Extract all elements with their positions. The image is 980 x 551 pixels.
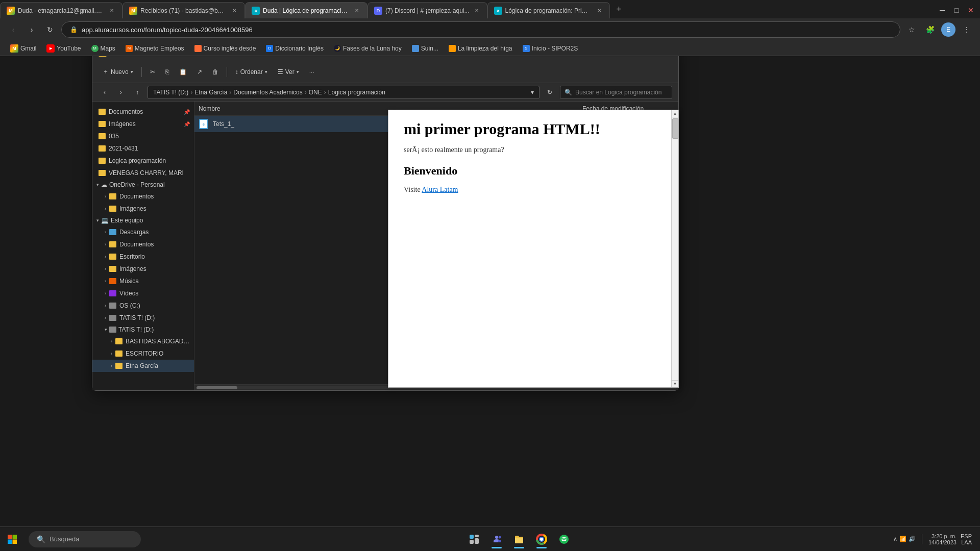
onedrive-section[interactable]: ▾ ☁ OneDrive - Personal — [92, 179, 194, 190]
tatis-section[interactable]: ▾ TATIS T! (D:) — [92, 324, 194, 335]
bookmark-limpieza[interactable]: La limpieza del híga — [445, 44, 517, 53]
tab-close-5[interactable]: ✕ — [595, 7, 603, 15]
sidebar-item-035[interactable]: 035 — [92, 130, 194, 142]
scrollbar-up-button[interactable]: ▲ — [672, 110, 678, 117]
path-dropdown-icon[interactable]: ▾ — [531, 89, 534, 96]
language-area[interactable]: ESP LAA — [961, 533, 972, 545]
tab-5[interactable]: a Lógica de programación: Prime... ✕ — [487, 2, 610, 18]
drive-icon-tatis — [109, 327, 116, 333]
folder-icon-2021 — [99, 145, 106, 152]
bookmark-youtube[interactable]: YouTube — [42, 43, 85, 54]
svg-rect-3 — [13, 539, 17, 544]
este-equipo-section[interactable]: ▾ 💻 Este equipo — [92, 215, 194, 226]
sidebar-item-od-imagenes[interactable]: › Imágenes — [92, 203, 194, 215]
sidebar-item-escritorio[interactable]: › Escritorio — [92, 251, 194, 263]
sidebar-item-osc[interactable]: › OS (C:) — [92, 299, 194, 312]
bookmark-gmail[interactable]: M Gmail — [6, 43, 40, 54]
scrollbar-thumb[interactable] — [197, 386, 237, 389]
alura-latam-link[interactable]: Alura Latam — [422, 186, 458, 193]
tab-2[interactable]: M Recibidos (71) - bastidas@basti... ✕ — [122, 2, 245, 18]
clock-area[interactable]: 3:20 p. m. 14/04/2023 — [928, 533, 957, 545]
bookmark-magneto[interactable]: M Magneto Empleos — [121, 44, 188, 53]
view-button[interactable]: ☰ Ver ▾ — [274, 66, 303, 78]
bookmark-sipor[interactable]: S Inicio - SIPOR2S — [519, 44, 582, 53]
volume-icon[interactable]: 🔊 — [909, 536, 916, 542]
menu-button[interactable]: ⋮ — [960, 22, 974, 37]
tab-1[interactable]: M Duda - etnagarcia12@gmail.com ✕ — [0, 2, 122, 18]
folder-icon-escritorio2 — [115, 350, 122, 357]
bookmark-maps[interactable]: M Maps — [87, 44, 119, 53]
sidebar-item-bastidas[interactable]: › BASTIDAS ABOGADOS — [92, 335, 194, 347]
sidebar-item-etna[interactable]: › Etna García — [92, 360, 194, 372]
back-button[interactable]: ‹ — [6, 22, 20, 37]
exp-back-button[interactable]: ‹ — [99, 86, 111, 98]
computer-icon: 💻 — [101, 217, 109, 224]
taskbar-search-box[interactable]: 🔍 Búsqueda — [29, 531, 141, 547]
tab-close-4[interactable]: ✕ — [473, 7, 481, 15]
sort-button[interactable]: ↕ Ordenar ▾ — [231, 66, 272, 78]
paste-button[interactable]: 📋 — [175, 66, 191, 78]
taskbar-file-explorer[interactable] — [509, 529, 529, 549]
sidebar-item-videos[interactable]: › Vídeos — [92, 287, 194, 299]
sidebar-item-pc-imagenes[interactable]: › Imágenes — [92, 263, 194, 275]
bookmark-button[interactable]: ☆ — [904, 22, 919, 37]
sidebar-item-escritorio2[interactable]: › ESCRITORIO — [92, 347, 194, 360]
system-tray[interactable]: ∧ 📶 🔊 — [893, 536, 916, 542]
explorer-search[interactable]: 🔍 Buscar en Logica programación — [560, 86, 672, 99]
reload-button[interactable]: ↻ — [43, 22, 57, 37]
taskbar-teams[interactable] — [486, 529, 507, 549]
exp-refresh-button[interactable]: ↻ — [544, 86, 556, 98]
bookmark-luna[interactable]: 🌙 Fases de la Luna hoy — [330, 44, 406, 53]
chevron-up-icon[interactable]: ∧ — [893, 536, 897, 542]
extensions-button[interactable]: 🧩 — [923, 22, 937, 37]
preview-scrollbar[interactable]: ▲ ▼ — [671, 110, 678, 387]
taskbar-chrome[interactable] — [531, 529, 552, 549]
bookmark-curso[interactable]: Curso inglés desde — [190, 44, 260, 53]
browser-minimize[interactable]: ─ — [935, 3, 949, 17]
bookmark-suin[interactable]: Suin... — [408, 44, 443, 53]
onedrive-chevron: ▾ — [96, 182, 99, 187]
sidebar-item-musica[interactable]: › Música — [92, 275, 194, 287]
explorer-path[interactable]: TATIS T! (D:) › Etna García › Documentos… — [148, 86, 540, 99]
tab-close-1[interactable]: ✕ — [108, 7, 116, 15]
forward-button[interactable]: › — [24, 22, 39, 37]
sidebar-item-2021[interactable]: 2021-0431 — [92, 142, 194, 155]
folder-icon-od-imagenes — [109, 206, 116, 212]
exp-up-button[interactable]: ↑ — [131, 86, 143, 98]
taskbar-spotify[interactable] — [554, 529, 574, 549]
exp-forward-button[interactable]: › — [115, 86, 127, 98]
new-tab-button[interactable]: + — [612, 2, 626, 16]
browser-maximize[interactable]: □ — [949, 3, 964, 17]
scrollbar-vertical-thumb[interactable] — [672, 118, 678, 139]
cut-button[interactable]: ✂ — [146, 66, 159, 78]
address-bar[interactable]: 🔒 app.aluracursos.com/forum/topico-duda-… — [61, 21, 900, 38]
tab-close-3[interactable]: ✕ — [353, 7, 361, 15]
sidebar-item-tatisd[interactable]: › TATIS T! (D:) — [92, 312, 194, 324]
region-code: LAA — [961, 539, 972, 545]
sidebar-item-pc-documentos[interactable]: › Documentos — [92, 238, 194, 251]
browser-close[interactable]: ✕ — [964, 3, 978, 17]
tab-3[interactable]: a Duda | Lógica de programación: ✕ — [245, 2, 368, 18]
copy-button[interactable]: ⎘ — [161, 66, 173, 78]
more-button[interactable]: ··· — [305, 66, 318, 78]
folder-icon-pc-imagenes — [109, 266, 116, 272]
sidebar-item-descargas[interactable]: › Descargas — [92, 226, 194, 238]
este-equipo-chevron: ▾ — [96, 218, 99, 223]
tab-close-2[interactable]: ✕ — [230, 7, 238, 15]
start-button[interactable] — [0, 527, 24, 552]
sidebar-item-od-documentos[interactable]: › Documentos — [92, 190, 194, 203]
scrollbar-down-button[interactable]: ▼ — [672, 380, 678, 387]
taskbar-widgets[interactable] — [464, 529, 484, 549]
tab-4[interactable]: D (7) Discord | # ¡empieza-aqui... ✕ — [368, 2, 487, 18]
delete-button[interactable]: 🗑 — [208, 66, 223, 78]
new-button[interactable]: ＋ Nuevo ▾ — [99, 65, 137, 78]
network-icon[interactable]: 📶 — [899, 536, 906, 542]
profile-button[interactable]: E — [941, 22, 955, 37]
sidebar-label-tatisd: TATIS T! (D:) — [119, 314, 190, 321]
sidebar-item-logica[interactable]: Logica programación — [92, 155, 194, 167]
bookmark-diccionario[interactable]: D Diccionario Inglés — [262, 44, 328, 53]
sidebar-item-imagenes-pinned[interactable]: Imágenes 📌 — [92, 118, 194, 130]
sidebar-item-venegas[interactable]: VENEGAS CHARRY, MARI — [92, 167, 194, 179]
sidebar-item-documentos-pinned[interactable]: Documentos 📌 — [92, 106, 194, 118]
share-button[interactable]: ↗ — [193, 66, 206, 78]
